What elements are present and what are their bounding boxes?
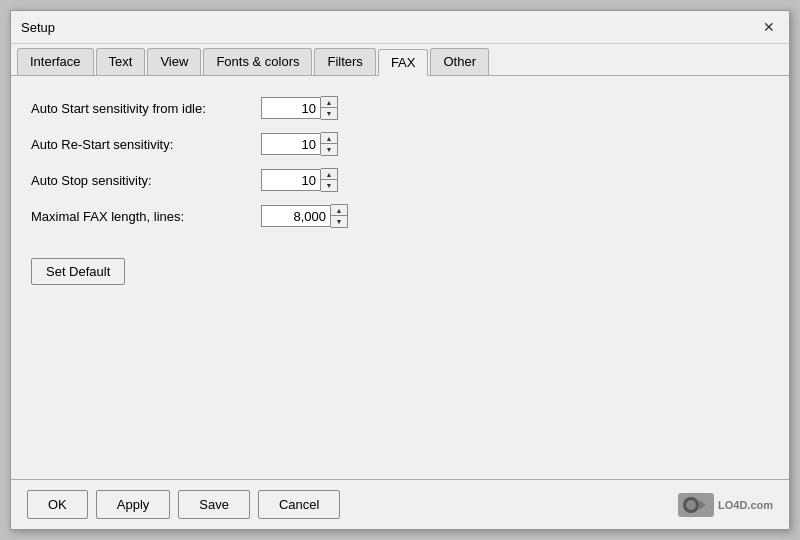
auto-stop-down-btn[interactable]: ▼ — [321, 180, 337, 191]
setup-dialog: Setup ✕ Interface Text View Fonts & colo… — [10, 10, 790, 530]
max-fax-up-btn[interactable]: ▲ — [331, 205, 347, 216]
watermark-text: LO4D.com — [718, 499, 773, 511]
tab-view[interactable]: View — [147, 48, 201, 75]
auto-restart-label: Auto Re-Start sensitivity: — [31, 137, 261, 152]
tab-fonts-colors[interactable]: Fonts & colors — [203, 48, 312, 75]
settings-grid: Auto Start sensitivity from idle: ▲ ▼ Au… — [31, 96, 769, 228]
cancel-button[interactable]: Cancel — [258, 490, 340, 519]
setting-row-auto-start: Auto Start sensitivity from idle: ▲ ▼ — [31, 96, 769, 120]
auto-restart-input[interactable] — [261, 133, 321, 155]
tab-bar: Interface Text View Fonts & colors Filte… — [11, 44, 789, 76]
auto-start-down-btn[interactable]: ▼ — [321, 108, 337, 119]
auto-restart-up-btn[interactable]: ▲ — [321, 133, 337, 144]
auto-restart-spinner: ▲ ▼ — [261, 132, 338, 156]
set-default-area: Set Default — [31, 258, 769, 285]
auto-stop-input[interactable] — [261, 169, 321, 191]
auto-restart-spinner-btns: ▲ ▼ — [321, 132, 338, 156]
max-fax-length-label: Maximal FAX length, lines: — [31, 209, 261, 224]
auto-stop-label: Auto Stop sensitivity: — [31, 173, 261, 188]
save-button[interactable]: Save — [178, 490, 250, 519]
setting-row-max-fax-length: Maximal FAX length, lines: ▲ ▼ — [31, 204, 769, 228]
watermark: LO4D.com — [678, 493, 773, 517]
setting-row-auto-restart: Auto Re-Start sensitivity: ▲ ▼ — [31, 132, 769, 156]
title-bar: Setup ✕ — [11, 11, 789, 44]
set-default-button[interactable]: Set Default — [31, 258, 125, 285]
tab-fax[interactable]: FAX — [378, 49, 429, 76]
auto-restart-down-btn[interactable]: ▼ — [321, 144, 337, 155]
max-fax-spinner-btns: ▲ ▼ — [331, 204, 348, 228]
auto-stop-spinner-btns: ▲ ▼ — [321, 168, 338, 192]
close-button[interactable]: ✕ — [759, 17, 779, 37]
tab-other[interactable]: Other — [430, 48, 489, 75]
auto-start-label: Auto Start sensitivity from idle: — [31, 101, 261, 116]
auto-start-spinner-btns: ▲ ▼ — [321, 96, 338, 120]
auto-start-spinner: ▲ ▼ — [261, 96, 338, 120]
max-fax-input[interactable] — [261, 205, 331, 227]
auto-stop-spinner: ▲ ▼ — [261, 168, 338, 192]
watermark-logo — [678, 493, 714, 517]
auto-start-input[interactable] — [261, 97, 321, 119]
auto-start-up-btn[interactable]: ▲ — [321, 97, 337, 108]
tab-filters[interactable]: Filters — [314, 48, 375, 75]
setting-row-auto-stop: Auto Stop sensitivity: ▲ ▼ — [31, 168, 769, 192]
max-fax-down-btn[interactable]: ▼ — [331, 216, 347, 227]
tab-interface[interactable]: Interface — [17, 48, 94, 75]
apply-button[interactable]: Apply — [96, 490, 171, 519]
tab-content: Auto Start sensitivity from idle: ▲ ▼ Au… — [11, 76, 789, 479]
window-title: Setup — [21, 20, 55, 35]
auto-stop-up-btn[interactable]: ▲ — [321, 169, 337, 180]
footer: OK Apply Save Cancel LO4D.com — [11, 479, 789, 529]
ok-button[interactable]: OK — [27, 490, 88, 519]
max-fax-spinner: ▲ ▼ — [261, 204, 348, 228]
tab-text[interactable]: Text — [96, 48, 146, 75]
svg-point-1 — [686, 500, 696, 510]
footer-buttons: OK Apply Save Cancel — [27, 490, 340, 519]
